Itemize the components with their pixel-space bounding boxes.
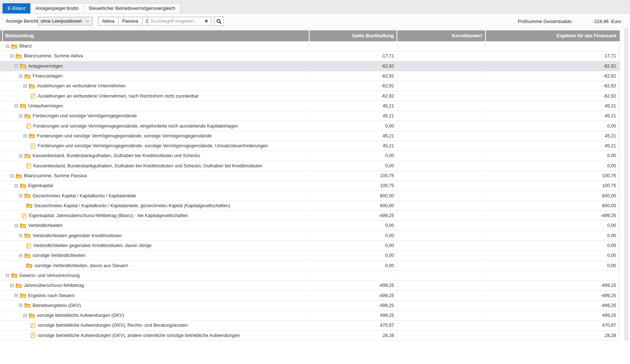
report-select[interactable]: ohne Leerpositionen: [38, 17, 93, 26]
table-row[interactable]: Bilanzsumme, Summe Aktiva -17,71 -17,71: [0, 51, 620, 61]
korrekturwert-value[interactable]: [397, 161, 486, 171]
korrekturwert-value[interactable]: [397, 101, 486, 111]
table-row[interactable]: sonstige betriebliche Aufwendungen (GKV)…: [0, 321, 620, 330]
collapse-expander-icon[interactable]: [19, 194, 22, 197]
table-row[interactable]: sonstige Verbindlichkeiten 0,00 0,00: [0, 251, 620, 261]
vertical-scrollbar-track[interactable]: [624, 28, 629, 341]
korrekturwert-value[interactable]: [397, 221, 486, 230]
table-row[interactable]: Forderungen und sonstige Vermögensgegens…: [0, 141, 620, 151]
collapse-expander-icon[interactable]: [23, 314, 27, 317]
table-row[interactable]: Gewinn- und Verlustrechnung: [0, 271, 620, 281]
korrekturwert-value[interactable]: [397, 321, 486, 330]
clear-search-icon[interactable]: ✕: [202, 19, 211, 24]
table-row[interactable]: Kassenbestand, Bundesbankguthaben, Gutha…: [0, 151, 620, 161]
korrekturwert-value[interactable]: [397, 301, 486, 310]
column-header-bilanzeintrag[interactable]: Bilanzeintrag: [3, 30, 310, 41]
korrekturwert-value[interactable]: [397, 81, 486, 91]
korrekturwert-value[interactable]: [397, 141, 486, 151]
saldo-buchhaltung-value: -62,92: [310, 61, 397, 71]
korrekturwert-value[interactable]: [397, 191, 486, 200]
column-header-ergebnis-finanzamt[interactable]: Ergebnis für das Finanzamt: [486, 30, 619, 41]
passiva-button[interactable]: Passiva: [119, 17, 142, 26]
saldo-buchhaltung-value: -499,25: [310, 301, 397, 310]
collapse-expander-icon[interactable]: [19, 304, 22, 307]
collapse-expander-icon[interactable]: [23, 84, 27, 88]
table-row[interactable]: Ausleihungen an verbundene Unternehmen, …: [0, 91, 620, 101]
table-row[interactable]: Jahresüberschuss/-fehlbetrag -499,25 -49…: [0, 281, 620, 291]
collapse-expander-icon[interactable]: [15, 184, 18, 187]
table-row[interactable]: sonstige betriebliche Aufwendungen (GKV)…: [0, 311, 620, 321]
table-row[interactable]: Eigenkapital 100,75 100,75: [0, 181, 620, 191]
row-label: Finanzanlagen: [33, 73, 63, 79]
korrekturwert-value[interactable]: [397, 231, 486, 240]
collapse-expander-icon[interactable]: [15, 224, 18, 227]
korrekturwert-value[interactable]: [397, 151, 486, 160]
korrekturwert-value[interactable]: [397, 281, 486, 290]
table-row[interactable]: Forderungen und sonstige Vermögensgegens…: [0, 131, 620, 141]
tab-anlagespiegel-brutto[interactable]: Anlagespiegel brutto: [30, 3, 84, 13]
korrekturwert-value[interactable]: [397, 291, 486, 300]
search-input[interactable]: [148, 19, 202, 24]
table-row[interactable]: Eigenkapital, Jahresüberschuss/-fehlbetr…: [0, 211, 620, 221]
table-row[interactable]: Ausleihungen an verbundene Unternehmen -…: [0, 81, 620, 91]
collapse-expander-icon[interactable]: [15, 64, 18, 68]
korrekturwert-value[interactable]: [397, 181, 486, 190]
korrekturwert-value[interactable]: [397, 261, 486, 270]
collapse-expander-icon[interactable]: [19, 114, 22, 118]
collapse-expander-icon[interactable]: [10, 54, 14, 58]
collapse-expander-icon[interactable]: [15, 104, 18, 107]
table-row[interactable]: Ergebnis nach Steuern -499,25 -499,25: [0, 291, 620, 300]
korrekturwert-value[interactable]: [397, 111, 486, 121]
table-row[interactable]: Forderungen und sonstige Vermögensgegens…: [0, 121, 620, 131]
korrekturwert-value[interactable]: [397, 211, 486, 220]
korrekturwert-value[interactable]: [397, 41, 486, 51]
collapse-expander-icon[interactable]: [19, 154, 22, 158]
korrekturwert-value[interactable]: [397, 131, 486, 141]
table-row[interactable]: Kassenbestand, Bundesbankguthaben, Gutha…: [0, 161, 620, 171]
collapse-expander-icon[interactable]: [19, 254, 22, 257]
collapse-expander-icon[interactable]: [10, 174, 14, 178]
collapse-expander-icon[interactable]: [10, 284, 14, 287]
collapse-expander-icon[interactable]: [23, 134, 27, 137]
collapse-expander-icon[interactable]: [15, 294, 18, 297]
collapse-expander-icon[interactable]: [6, 45, 9, 48]
table-row[interactable]: Verbindlichkeiten gegenüber Kreditinstit…: [0, 231, 620, 241]
korrekturwert-value[interactable]: [397, 241, 486, 250]
table-row[interactable]: Gezeichnetes Kapital / Kapitalkonto / Ka…: [0, 191, 620, 201]
table-row[interactable]: Umlaufvermögen 45,21 45,21: [0, 101, 620, 111]
row-label: Bilanz: [19, 43, 32, 49]
korrekturwert-value[interactable]: [397, 331, 486, 340]
korrekturwert-value[interactable]: [397, 121, 486, 130]
table-row[interactable]: Bilanz: [0, 41, 620, 51]
table-row[interactable]: Anlagevermögen -62,92 -62,92: [0, 61, 620, 71]
korrekturwert-value[interactable]: [397, 311, 486, 320]
korrekturwert-value[interactable]: [397, 201, 486, 211]
korrekturwert-value[interactable]: [397, 51, 486, 61]
row-spacer: [0, 131, 3, 141]
korrekturwert-value[interactable]: [397, 61, 486, 71]
table-row[interactable]: Betriebsergebnis (GKV) -499,25 -499,25: [0, 301, 620, 311]
search-button[interactable]: [214, 16, 224, 26]
table-row[interactable]: Finanzanlagen -62,92 -62,92: [0, 71, 620, 81]
korrekturwert-value[interactable]: [397, 251, 486, 260]
collapse-expander-icon[interactable]: [6, 274, 9, 277]
collapse-expander-icon[interactable]: [19, 234, 22, 237]
tab-e-bilanz[interactable]: E-Bilanz: [3, 3, 30, 14]
table-row[interactable]: Forderungen und sonstige Vermögensgegens…: [0, 111, 620, 121]
table-row[interactable]: Verbindlichkeiten gegenüber Kreditinstit…: [0, 241, 620, 251]
column-header-korrekturwert[interactable]: Korrekturwert: [397, 30, 486, 41]
korrekturwert-value[interactable]: [397, 171, 486, 181]
korrekturwert-value[interactable]: [397, 91, 486, 101]
collapse-expander-icon[interactable]: [19, 75, 22, 78]
table-row[interactable]: sonstige betriebliche Aufwendungen (GKV)…: [0, 331, 620, 341]
table-row[interactable]: Bilanzsumme, Summe Passiva 100,75 100,75: [0, 171, 620, 181]
tab-steuerlicher-betriebsverm-gensvergleich[interactable]: Steuerlicher Betriebsvermögensvergleich: [84, 3, 180, 13]
table-row[interactable]: Gezeichnetes Kapital / Kapitalkonto / Ka…: [0, 201, 620, 211]
korrekturwert-value[interactable]: [397, 71, 486, 81]
korrekturwert-value[interactable]: [397, 271, 486, 280]
folder-icon: [26, 263, 32, 268]
aktiva-button[interactable]: Aktiva: [98, 17, 119, 26]
table-row[interactable]: Verbindlichkeiten 0,00 0,00: [0, 221, 620, 231]
column-header-saldo-buchhaltung[interactable]: Saldo Buchhaltung: [310, 30, 397, 41]
table-row[interactable]: sonstige Verbindlichkeiten, davon aus St…: [0, 261, 620, 271]
